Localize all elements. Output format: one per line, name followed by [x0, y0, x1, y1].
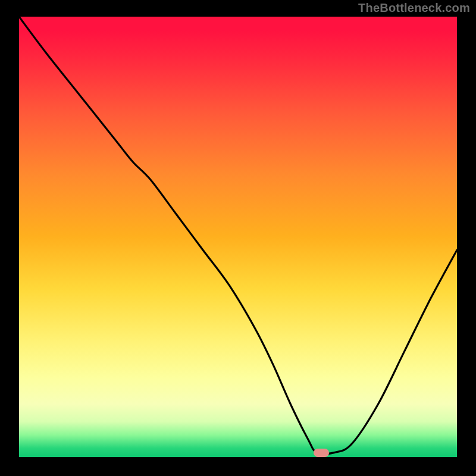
- attribution-label: TheBottleneck.com: [358, 1, 470, 15]
- plot-area: [19, 17, 457, 457]
- bottleneck-curve: [19, 17, 457, 457]
- chart-frame: TheBottleneck.com: [0, 0, 476, 476]
- optimum-marker: [314, 449, 329, 457]
